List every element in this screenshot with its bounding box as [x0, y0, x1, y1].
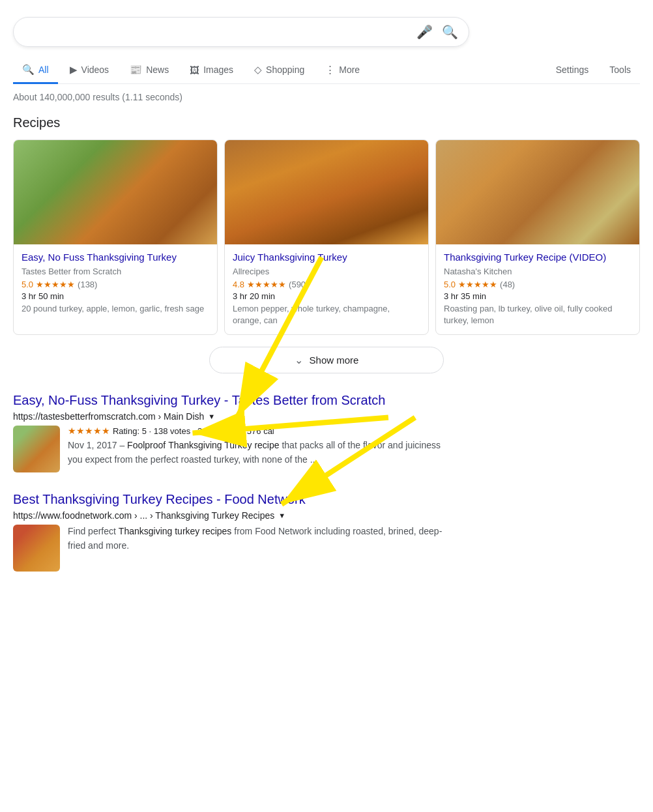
tab-settings[interactable]: Settings — [547, 58, 598, 83]
result-body-2: Find perfect Thanksgiving turkey recipes… — [13, 525, 456, 572]
recipe-title-2[interactable]: Juicy Thanksgiving Turkey — [233, 251, 420, 264]
recipe-stars-2: 4.8 ★★★★★ (590) — [233, 280, 420, 289]
result-snippet-2: Find perfect Thanksgiving turkey recipes… — [68, 525, 456, 553]
recipe-cards: Easy, No Fuss Thanksgiving Turkey Tastes… — [13, 139, 640, 335]
show-more-container: ⌄ Show more — [13, 347, 640, 373]
recipe-card-3[interactable]: Thanksgiving Turkey Recipe (VIDEO) Natas… — [435, 139, 640, 335]
chevron-down-icon: ⌄ — [295, 354, 303, 366]
recipe-title-3[interactable]: Thanksgiving Turkey Recipe (VIDEO) — [444, 251, 631, 264]
recipe-title-1[interactable]: Easy, No Fuss Thanksgiving Turkey — [22, 251, 209, 264]
recipe-source-2: Allrecipes — [233, 267, 420, 276]
tab-videos[interactable]: ▶ Videos — [61, 57, 119, 84]
results-count: About 140,000,000 results (1.11 seconds) — [13, 92, 640, 102]
search-result-2: Best Thanksgiving Turkey Recipes - Food … — [13, 491, 456, 572]
search-result-1: Easy, No-Fuss Thanksgiving Turkey - Tast… — [13, 392, 456, 472]
result-body-1: ★★★★★ Rating: 5 · 138 votes · 3 hr 50 mi… — [13, 426, 456, 472]
recipe-ingredients-3: Roasting pan, lb turkey, olive oil, full… — [444, 303, 631, 326]
recipes-section: Recipes Easy, No Fuss Thanksgiving Turke… — [13, 115, 640, 373]
result-url-arrow-2[interactable]: ▼ — [278, 512, 285, 519]
tab-all[interactable]: 🔍 All — [13, 57, 58, 84]
recipe-stars-1: 5.0 ★★★★★ (138) — [22, 280, 209, 289]
result-thumbnail-2 — [13, 525, 60, 572]
section-title: Recipes — [13, 115, 640, 130]
shopping-icon: ◇ — [254, 64, 262, 76]
recipe-image-3 — [436, 140, 639, 244]
result-url-row-1: https://tastesbetterfromscratch.com › Ma… — [13, 411, 456, 422]
show-more-button[interactable]: ⌄ Show more — [209, 347, 444, 373]
tab-tools[interactable]: Tools — [600, 58, 640, 83]
recipe-source-3: Natasha's Kitchen — [444, 267, 631, 276]
videos-icon: ▶ — [70, 64, 78, 76]
tab-more[interactable]: ⋮ More — [316, 57, 369, 84]
search-icon[interactable]: 🔍 — [442, 24, 458, 40]
result-title-1[interactable]: Easy, No-Fuss Thanksgiving Turkey - Tast… — [13, 392, 456, 409]
recipe-time-1: 3 hr 50 min — [22, 291, 209, 301]
result-text-2: Find perfect Thanksgiving turkey recipes… — [68, 525, 456, 553]
news-icon: 📰 — [130, 64, 142, 76]
tab-news[interactable]: 📰 News — [121, 57, 178, 84]
recipe-card-1[interactable]: Easy, No Fuss Thanksgiving Turkey Tastes… — [13, 139, 218, 335]
search-input[interactable]: thanksgiving turkey recipe — [24, 25, 416, 38]
tab-shopping[interactable]: ◇ Shopping — [245, 57, 313, 84]
result-title-2[interactable]: Best Thanksgiving Turkey Recipes - Food … — [13, 491, 456, 508]
tab-images[interactable]: 🖼 Images — [181, 58, 242, 84]
recipe-ingredients-2: Lemon pepper, whole turkey, champagne, o… — [233, 303, 420, 326]
microphone-icon[interactable]: 🎤 — [416, 24, 433, 40]
recipe-ingredients-1: 20 pound turkey, apple, lemon, garlic, f… — [22, 303, 209, 315]
recipe-time-2: 3 hr 20 min — [233, 291, 420, 301]
result-url-2: https://www.foodnetwork.com › ... › Than… — [13, 510, 274, 521]
result-stars-1: ★★★★★ Rating: 5 · 138 votes · 3 hr 50 mi… — [68, 426, 456, 436]
result-url-1: https://tastesbetterfromscratch.com › Ma… — [13, 411, 204, 422]
result-text-1: ★★★★★ Rating: 5 · 138 votes · 3 hr 50 mi… — [68, 426, 456, 467]
result-url-row-2: https://www.foodnetwork.com › ... › Than… — [13, 510, 456, 521]
more-icon: ⋮ — [325, 64, 335, 76]
recipe-time-3: 3 hr 35 min — [444, 291, 631, 301]
all-icon: 🔍 — [22, 64, 35, 76]
recipe-image-1 — [14, 140, 217, 244]
recipe-source-1: Tastes Better from Scratch — [22, 267, 209, 276]
result-snippet-1: Nov 1, 2017 – Foolproof Thanksgiving Tur… — [68, 439, 456, 467]
recipe-card-2[interactable]: Juicy Thanksgiving Turkey Allrecipes 4.8… — [224, 139, 429, 335]
result-thumbnail-1 — [13, 426, 60, 472]
recipe-image-2 — [225, 140, 428, 244]
images-icon: 🖼 — [190, 65, 199, 76]
nav-tabs: 🔍 All ▶ Videos 📰 News 🖼 Images ◇ Shoppin… — [13, 57, 640, 84]
search-bar[interactable]: thanksgiving turkey recipe 🎤 🔍 — [13, 17, 469, 47]
result-url-arrow-1[interactable]: ▼ — [208, 413, 215, 420]
recipe-stars-3: 5.0 ★★★★★ (48) — [444, 280, 631, 289]
